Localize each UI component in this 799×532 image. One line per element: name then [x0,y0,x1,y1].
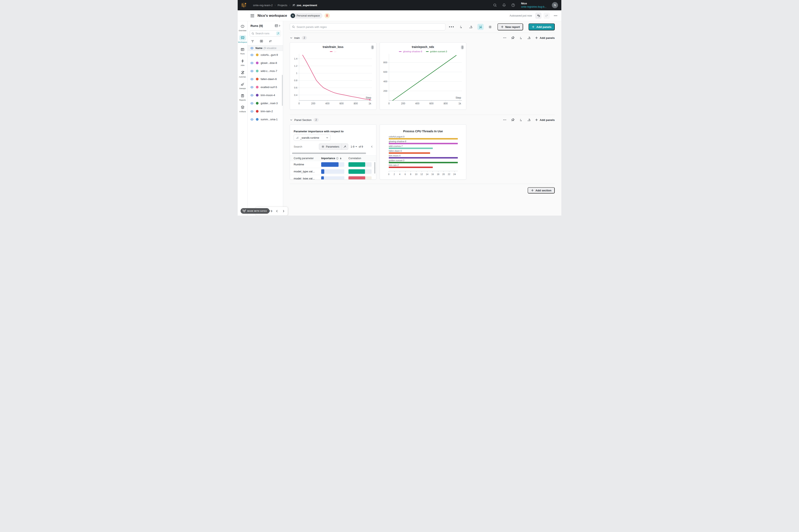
run-name[interactable]: summ...sma-1 [261,118,278,121]
cpu-bar-row[interactable]: glowing-shadow-8 [389,140,458,145]
cpu-bar-row[interactable]: trim-rain-2 [389,164,458,169]
param-page-range[interactable]: 1-9 [351,145,355,148]
chevron-down-icon[interactable] [290,36,293,39]
section-add-panels-button[interactable]: Add panels [535,36,555,39]
more-options-icon[interactable] [553,14,558,18]
run-row[interactable]: fallen-dawn-6 [248,75,283,83]
section-add-panels-button[interactable]: Add panels [535,118,555,121]
run-color-dot[interactable] [256,86,259,89]
outliers-scatter-button[interactable]: x [477,24,483,30]
run-row[interactable]: trim-moon-4 [248,91,283,99]
param-search-input[interactable] [294,145,306,148]
section-title[interactable]: train [294,36,300,39]
smoothing-button[interactable] [527,118,531,122]
runs-list-scrollbar[interactable] [282,75,283,106]
add-panels-button[interactable]: Add panels [529,23,555,31]
panel-drag-handle[interactable] [371,45,374,50]
cpu-bar-row[interactable]: colorful-yogurt-9 [389,135,458,140]
pin-section-icon[interactable] [511,36,515,40]
pin-section-icon[interactable] [511,118,515,122]
col-importance[interactable]: Importance [321,157,348,160]
new-report-button[interactable]: New report [497,23,523,31]
parameters-button[interactable]: Parameters [319,144,342,150]
vertical-scrollbar[interactable] [374,162,375,174]
visibility-eye-icon[interactable] [250,110,253,113]
panel-parameter-importance[interactable]: Parameter importance with respect to _wa… [290,125,376,179]
smoothing-button[interactable] [527,36,531,40]
cpu-bar-row[interactable]: wild-cosmos-7 [389,145,458,150]
more-options-icon[interactable] [503,36,507,40]
workspace-settings-button[interactable] [487,24,493,30]
run-name[interactable]: golder...nset-3 [261,102,278,105]
run-row[interactable]: summ...sma-1 [248,115,283,124]
more-options-icon[interactable] [503,118,507,122]
sidebar-item-overview[interactable]: Overview [238,23,248,32]
filter-icon[interactable] [251,39,254,43]
epoch-ndx-line-chart[interactable]: 20040060080002004006008001kStep [382,53,465,107]
help-icon[interactable] [511,3,515,7]
panel-drag-handle[interactable] [461,45,464,50]
col-correlation[interactable]: Correlation [348,157,376,160]
run-name[interactable]: fallen-dawn-6 [261,77,277,81]
visibility-eye-icon[interactable] [250,53,253,57]
redo-button[interactable] [544,13,550,19]
run-name[interactable]: wild-c...mos-7 [261,70,277,73]
smoothing-button[interactable] [468,24,474,30]
visibility-eye-icon[interactable] [250,118,253,121]
sidebar-item-artifacts[interactable]: Artifacts [238,104,248,113]
panel-train-loss[interactable]: train/train_loss : - 0.40.60.811.21.4020… [290,42,376,110]
visibility-eye-icon[interactable] [250,77,253,81]
breadcrumb-projects[interactable]: Projects [278,4,287,7]
runs-list-header[interactable]: Name (9 visualize [248,45,283,51]
param-table-row[interactable]: Runtime [290,161,376,168]
undo-button[interactable] [535,13,541,19]
run-name[interactable]: trim-moon-4 [261,94,275,97]
sidebar-item-reports[interactable]: Reports [238,93,248,101]
group-list-icon[interactable] [260,39,263,43]
sidebar-item-automat[interactable]: Automat. [238,70,248,78]
sidebar-item-sweeps[interactable]: Sweeps [238,81,248,90]
breadcrumb-team[interactable]: smle-reg-team-2 [253,4,272,7]
panel-cpu-threads[interactable]: Process CPU Threads In Use colorful-yogu… [380,125,466,179]
run-row[interactable]: exalted-surf-5 [248,83,283,91]
visibility-eye-icon[interactable] [250,70,253,73]
visibility-eye-icon[interactable] [250,102,253,105]
train-loss-line-chart[interactable]: 0.40.60.811.21.402004006008001kStep [292,53,375,107]
sidebar-item-jobs[interactable]: Jobs [238,58,248,66]
run-name[interactable]: exalted-surf-5 [261,86,277,89]
panel-search-input[interactable] [297,25,443,28]
visibility-eye-icon[interactable] [250,61,253,65]
legend-item[interactable]: golden-sunset-3 [426,50,447,53]
run-color-dot[interactable] [256,62,259,64]
x-axis-settings-button[interactable]: x [519,36,523,40]
sidebar-item-workspace[interactable]: Workspace [238,35,248,43]
run-name[interactable]: trim-rain-2 [261,110,273,113]
visibility-eye-icon[interactable] [250,94,253,97]
runs-search-input[interactable] [255,32,273,35]
run-row[interactable]: colorfu...gurt-9 [248,51,283,59]
wandb-logo-icon[interactable] [241,2,247,8]
sort-icon[interactable] [269,39,272,43]
metric-select[interactable]: _wandb.runtime [294,135,330,141]
search-icon[interactable] [493,3,497,7]
user-menu[interactable]: Nico smle-registries-bug-b... [521,2,547,8]
chevron-right-icon[interactable] [282,210,285,213]
param-table-row[interactable]: model_type.val... [290,168,376,175]
breadcrumb-project-current[interactable]: zoo_experiment [292,4,317,7]
cpu-bar-row[interactable]: fallen-dawn-6 [389,150,458,154]
sidebar-item-runs[interactable]: Runs [238,47,248,55]
personal-workspace-badge[interactable]: N Personal workspace [290,13,322,19]
col-config-parameter[interactable]: Config parameter [290,157,321,160]
run-name[interactable]: colorfu...gurt-9 [261,53,278,56]
run-color-dot[interactable] [256,110,259,113]
run-row[interactable]: trim-rain-2 [248,107,283,115]
run-color-dot[interactable] [256,102,259,104]
run-row[interactable]: golder...nset-3 [248,99,283,107]
cpu-bar-row[interactable]: golden-sunset-3 [389,159,458,164]
avatar[interactable]: N [552,2,558,8]
cpu-threads-bar-chart[interactable]: colorful-yogurt-9glowing-shadow-8wild-co… [389,135,458,177]
chevron-left-icon[interactable] [370,145,373,148]
add-section-button[interactable]: Add section [528,187,555,193]
hamburger-menu-icon[interactable] [250,14,254,17]
legend-item[interactable]: glowing-shadow-8 [399,50,422,53]
